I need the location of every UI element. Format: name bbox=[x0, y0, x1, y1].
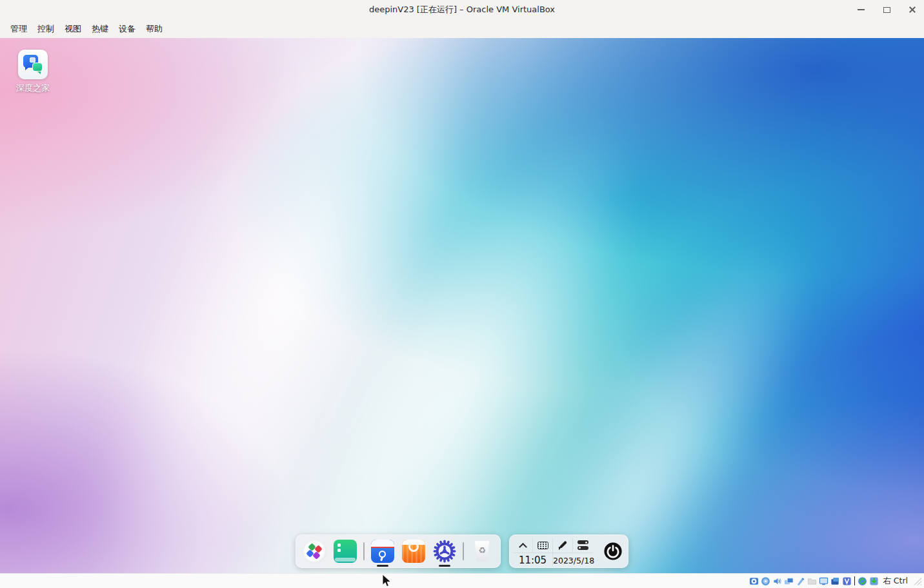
file-manager-dot bbox=[337, 549, 341, 552]
desktop-icon-label: 深度之家 bbox=[10, 83, 55, 94]
window-controls bbox=[856, 0, 918, 19]
dock-file-manager-button[interactable] bbox=[332, 534, 358, 568]
chevron-up-icon bbox=[519, 543, 527, 551]
launcher-icon bbox=[303, 540, 326, 563]
dock-trash-button[interactable]: ♻ bbox=[469, 534, 495, 568]
dock-control-center-button[interactable] bbox=[432, 534, 457, 568]
tray-datetime: 11:05 2023/5/18 bbox=[513, 553, 593, 566]
tray-pen-button[interactable] bbox=[553, 538, 573, 553]
vm-display-deepin-desktop[interactable]: 深度之家 bbox=[0, 38, 924, 573]
host-key-label: 右 Ctrl bbox=[883, 576, 908, 587]
menu-devices[interactable]: 设备 bbox=[114, 21, 141, 37]
keyboard-icon bbox=[537, 542, 548, 549]
mail-icon bbox=[371, 540, 394, 563]
deepin-home-icon bbox=[18, 50, 48, 79]
network-icon[interactable] bbox=[784, 576, 794, 586]
tray-expand-button[interactable] bbox=[513, 538, 533, 553]
virtualbox-menubar: 管理 控制 视图 热键 设备 帮助 bbox=[0, 19, 924, 38]
keyboard-capture-icon[interactable] bbox=[869, 576, 879, 586]
menu-hotkeys[interactable]: 热键 bbox=[86, 21, 114, 37]
file-manager-dot bbox=[337, 544, 341, 547]
shared-folders-icon[interactable] bbox=[807, 576, 817, 586]
toggle-pill bbox=[578, 540, 588, 544]
audio-icon[interactable] bbox=[772, 576, 782, 586]
usb-icon[interactable] bbox=[796, 576, 805, 586]
trash-icon: ♻ bbox=[473, 541, 491, 562]
mail-seal-tail bbox=[380, 557, 383, 562]
tray-main: 11:05 2023/5/18 bbox=[509, 534, 597, 568]
power-icon bbox=[603, 542, 623, 561]
mail-stripe bbox=[371, 547, 394, 548]
chat-bubble-green bbox=[32, 63, 43, 72]
resize-grip[interactable] bbox=[913, 577, 921, 585]
wallpaper-streak bbox=[411, 199, 864, 573]
dock-tray-panel: 11:05 2023/5/18 bbox=[509, 534, 628, 568]
clock-date[interactable]: 2023/5/18 bbox=[553, 553, 593, 566]
mail-flap bbox=[371, 540, 394, 547]
maximize-icon bbox=[883, 7, 890, 13]
control-center-icon bbox=[433, 540, 456, 563]
toggle-switches-icon bbox=[578, 540, 588, 549]
minimize-icon bbox=[858, 9, 865, 10]
running-indicator bbox=[439, 565, 450, 567]
desktop-icon-deepin-home[interactable]: 深度之家 bbox=[10, 50, 55, 94]
wallpaper-streak bbox=[204, 73, 701, 573]
tray-switches-button[interactable] bbox=[573, 538, 593, 553]
video-capture-icon[interactable] bbox=[830, 576, 840, 586]
maximize-button[interactable] bbox=[881, 5, 892, 15]
deepin-dock: ♻ 11:05 bbox=[296, 534, 628, 568]
dock-apps-panel: ♻ bbox=[296, 534, 501, 568]
tray-keyboard-button[interactable] bbox=[533, 538, 553, 553]
virtualbox-titlebar: deepinV23 [正在运行] – Oracle VM VirtualBox bbox=[0, 0, 924, 19]
dock-launcher-button[interactable] bbox=[301, 534, 327, 568]
hard-disk-icon[interactable] bbox=[749, 576, 759, 586]
features-icon[interactable] bbox=[842, 576, 852, 586]
dock-separator bbox=[463, 542, 464, 560]
window-title: deepinV23 [正在运行] – Oracle VM VirtualBox bbox=[369, 4, 555, 15]
menu-machine[interactable]: 管理 bbox=[5, 21, 32, 37]
tray-icon-row bbox=[513, 538, 593, 553]
wallpaper-streak bbox=[26, 38, 547, 573]
app-store-icon bbox=[402, 540, 425, 563]
display-icon[interactable] bbox=[819, 576, 829, 586]
virtualbox-statusbar: 右 Ctrl bbox=[0, 573, 924, 588]
pen-icon bbox=[557, 540, 568, 551]
recycle-icon: ♻ bbox=[473, 545, 491, 555]
dock-mail-button[interactable] bbox=[370, 534, 396, 568]
toggle-pill bbox=[578, 546, 588, 550]
menu-control[interactable]: 控制 bbox=[32, 21, 59, 37]
menu-help[interactable]: 帮助 bbox=[141, 21, 168, 37]
chat-bubble-pane bbox=[30, 57, 35, 63]
close-icon bbox=[909, 6, 916, 14]
file-manager-bar bbox=[335, 558, 356, 562]
file-manager-icon bbox=[334, 540, 357, 563]
close-button[interactable] bbox=[907, 5, 918, 15]
dock-app-store-button[interactable] bbox=[401, 534, 427, 568]
dock-separator bbox=[363, 542, 365, 560]
clock-time[interactable]: 11:05 bbox=[513, 553, 553, 566]
statusbar-separator bbox=[854, 576, 856, 585]
menu-view[interactable]: 视图 bbox=[59, 21, 86, 37]
optical-disk-icon[interactable] bbox=[761, 576, 770, 586]
running-indicator bbox=[377, 565, 388, 567]
app-store-lid bbox=[402, 540, 425, 545]
shutdown-button[interactable] bbox=[598, 542, 628, 561]
minimize-button[interactable] bbox=[856, 5, 866, 15]
mouse-integration-icon[interactable] bbox=[858, 576, 867, 586]
